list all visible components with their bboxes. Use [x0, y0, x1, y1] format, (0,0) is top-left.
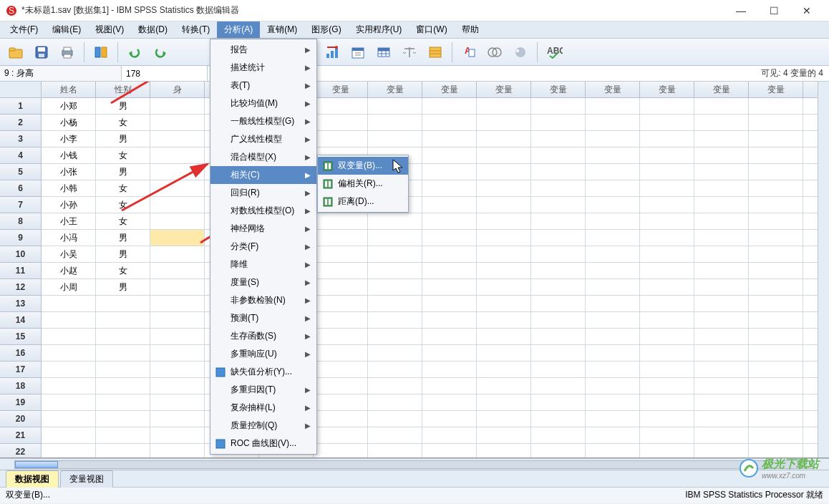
- cell[interactable]: [586, 164, 640, 180]
- cell[interactable]: 小孙: [42, 197, 96, 213]
- cell[interactable]: [368, 427, 422, 444]
- cell[interactable]: [477, 296, 531, 312]
- row-header[interactable]: 4: [0, 147, 42, 164]
- grid-corner[interactable]: [0, 82, 42, 98]
- cell[interactable]: 女: [96, 147, 150, 164]
- cell[interactable]: [694, 115, 749, 131]
- analyze-item-17[interactable]: 多重响应(U)▶: [210, 345, 316, 363]
- cell[interactable]: [368, 263, 422, 279]
- cell[interactable]: 小郑: [42, 98, 96, 115]
- cell[interactable]: [694, 263, 749, 279]
- tab-variable-view[interactable]: 变量视图: [60, 470, 113, 488]
- row-header[interactable]: 9: [0, 230, 42, 246]
- col-header-6[interactable]: 变量: [368, 82, 422, 98]
- cell[interactable]: [422, 98, 477, 115]
- cell[interactable]: [640, 131, 694, 147]
- cell[interactable]: [694, 180, 749, 197]
- row-header[interactable]: 22: [0, 444, 42, 458]
- analyze-item-20[interactable]: 复杂抽样(L)▶: [210, 399, 316, 417]
- cell[interactable]: [422, 362, 477, 378]
- cell[interactable]: [586, 296, 640, 312]
- cell[interactable]: [749, 279, 803, 296]
- cell[interactable]: [422, 115, 477, 131]
- cell[interactable]: [640, 345, 694, 362]
- cell[interactable]: [531, 246, 586, 263]
- cell[interactable]: [96, 427, 150, 444]
- cell[interactable]: [150, 263, 205, 279]
- cell[interactable]: [477, 444, 531, 458]
- cell[interactable]: [150, 164, 205, 180]
- analyze-item-19[interactable]: 多重归因(T)▶: [210, 381, 316, 399]
- analyze-item-1[interactable]: 描述统计▶: [210, 59, 316, 77]
- cell[interactable]: [150, 362, 205, 378]
- cell[interactable]: [314, 394, 368, 411]
- cell[interactable]: [150, 98, 205, 115]
- analyze-item-7[interactable]: 相关(C)▶: [210, 166, 316, 184]
- save-icon[interactable]: [30, 42, 53, 63]
- cell[interactable]: [640, 230, 694, 246]
- cell[interactable]: [694, 411, 749, 427]
- cell[interactable]: [586, 197, 640, 213]
- horizontal-scrollbar[interactable]: [0, 458, 829, 470]
- cell[interactable]: [586, 345, 640, 362]
- cell[interactable]: [531, 98, 586, 115]
- cell[interactable]: [314, 230, 368, 246]
- cell[interactable]: [477, 213, 531, 230]
- cell[interactable]: [96, 296, 150, 312]
- cell[interactable]: [749, 213, 803, 230]
- cell[interactable]: [749, 296, 803, 312]
- cell[interactable]: 小赵: [42, 263, 96, 279]
- cell[interactable]: 男: [96, 279, 150, 296]
- cell[interactable]: [96, 345, 150, 362]
- cell[interactable]: [150, 230, 205, 246]
- cell[interactable]: [42, 411, 96, 427]
- cell[interactable]: [694, 98, 749, 115]
- cell[interactable]: 男: [96, 164, 150, 180]
- cell[interactable]: [368, 246, 422, 263]
- cell[interactable]: [314, 279, 368, 296]
- cell[interactable]: [477, 345, 531, 362]
- analyze-item-15[interactable]: 预测(T)▶: [210, 309, 316, 327]
- cell[interactable]: [640, 394, 694, 411]
- cell[interactable]: [422, 147, 477, 164]
- cell[interactable]: [96, 312, 150, 329]
- cell[interactable]: [586, 378, 640, 394]
- cell[interactable]: [749, 98, 803, 115]
- cell[interactable]: [640, 411, 694, 427]
- cell[interactable]: [477, 427, 531, 444]
- cell[interactable]: [531, 180, 586, 197]
- cell[interactable]: [531, 197, 586, 213]
- menu-3[interactable]: 数据(D): [131, 21, 175, 38]
- cell[interactable]: [150, 427, 205, 444]
- cell[interactable]: [150, 279, 205, 296]
- cell[interactable]: [749, 246, 803, 263]
- cell[interactable]: [749, 345, 803, 362]
- cell[interactable]: [314, 411, 368, 427]
- cell[interactable]: [640, 444, 694, 458]
- row-header[interactable]: 17: [0, 362, 42, 378]
- analyze-item-9[interactable]: 对数线性模型(O)▶: [210, 202, 316, 220]
- col-header-10[interactable]: 变量: [586, 82, 640, 98]
- cell[interactable]: 女: [96, 263, 150, 279]
- cell[interactable]: [694, 444, 749, 458]
- corr-item-2[interactable]: 距离(D)...: [318, 193, 408, 210]
- cell[interactable]: [368, 378, 422, 394]
- cell[interactable]: [694, 329, 749, 345]
- cell[interactable]: [477, 411, 531, 427]
- cell[interactable]: [749, 411, 803, 427]
- row-header[interactable]: 7: [0, 197, 42, 213]
- cell[interactable]: [422, 197, 477, 213]
- cell[interactable]: [531, 362, 586, 378]
- vertical-scrollbar[interactable]: [818, 82, 829, 457]
- cell[interactable]: [42, 345, 96, 362]
- cell[interactable]: [531, 345, 586, 362]
- cell[interactable]: [586, 230, 640, 246]
- cell[interactable]: [586, 444, 640, 458]
- cell[interactable]: [531, 147, 586, 164]
- analyze-item-18[interactable]: 缺失值分析(Y)...: [210, 363, 316, 381]
- cell[interactable]: [422, 427, 477, 444]
- cell[interactable]: [531, 296, 586, 312]
- cell[interactable]: [42, 427, 96, 444]
- cell[interactable]: 小张: [42, 164, 96, 180]
- col-header-1[interactable]: 性别: [96, 82, 150, 98]
